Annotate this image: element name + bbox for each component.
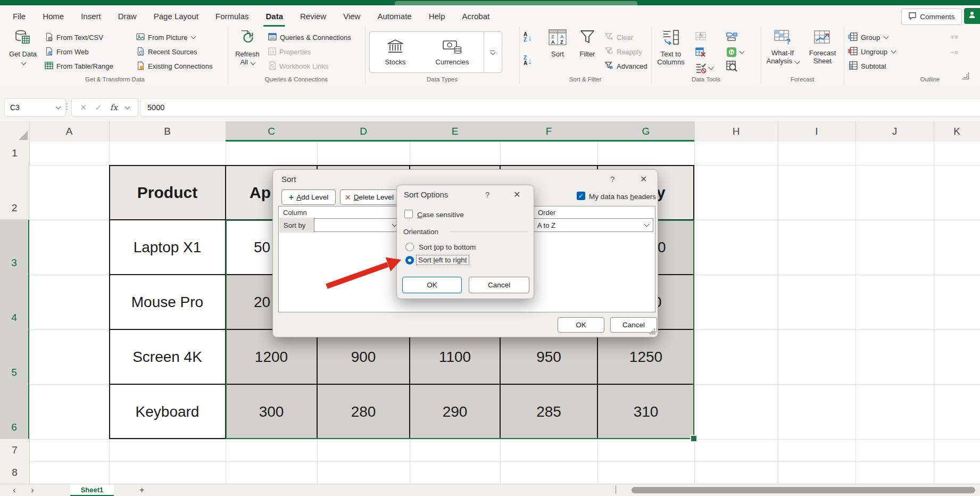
filter-button[interactable]: Filter bbox=[574, 29, 601, 75]
column-header-h[interactable]: H bbox=[694, 121, 778, 142]
share-button[interactable] bbox=[964, 8, 980, 24]
column-header-g[interactable]: G bbox=[597, 121, 695, 142]
workbook-links-button[interactable]: Workbook Links bbox=[268, 59, 351, 73]
remove-duplicates-icon[interactable] bbox=[695, 46, 713, 60]
existing-connections-button[interactable]: Existing Connections bbox=[136, 59, 212, 73]
row-header-3[interactable]: 3 bbox=[0, 220, 29, 275]
title-search-box[interactable] bbox=[395, 1, 637, 5]
cell-g6[interactable]: 310 bbox=[597, 384, 694, 439]
cell-b3[interactable]: Laptop X1 bbox=[109, 220, 226, 275]
sort-left-to-right-label[interactable]: Sort left to right bbox=[417, 255, 469, 264]
tab-review[interactable]: Review bbox=[292, 5, 335, 27]
cell-b5[interactable]: Screen 4K bbox=[109, 329, 226, 384]
insert-function-icon[interactable]: fx bbox=[110, 103, 118, 112]
advanced-filter-button[interactable]: Advanced bbox=[604, 59, 647, 73]
cell-d6[interactable]: 280 bbox=[317, 384, 410, 439]
row-header-1[interactable]: 1 bbox=[0, 142, 30, 166]
tab-view[interactable]: View bbox=[335, 5, 369, 27]
cell-g5[interactable]: 1250 bbox=[597, 329, 694, 384]
fill-handle[interactable] bbox=[690, 435, 697, 442]
currencies-button[interactable]: Currencies bbox=[421, 32, 484, 72]
row-header-7[interactable]: 7 bbox=[0, 439, 30, 462]
sort-dialog-close-icon[interactable]: ✕ bbox=[640, 174, 647, 184]
column-header-c[interactable]: C bbox=[226, 121, 318, 142]
sort-options-close-icon[interactable]: ✕ bbox=[513, 189, 520, 200]
cell-d5[interactable]: 900 bbox=[317, 329, 410, 384]
sort-options-cancel-button[interactable]: Cancel bbox=[469, 277, 529, 293]
show-detail-icon[interactable]: +≡ bbox=[950, 33, 958, 41]
ungroup-button[interactable]: Ungroup bbox=[848, 45, 895, 59]
tab-draw[interactable]: Draw bbox=[110, 5, 145, 27]
resize-grip-icon[interactable] bbox=[649, 328, 655, 335]
select-all-corner[interactable] bbox=[0, 121, 30, 142]
data-validation-button[interactable] bbox=[695, 62, 713, 74]
sort-options-help-icon[interactable]: ? bbox=[485, 190, 489, 199]
prev-sheet-icon[interactable]: ‹ bbox=[13, 484, 16, 496]
hide-detail-icon[interactable]: −≡ bbox=[950, 48, 958, 56]
row-header-4[interactable]: 4 bbox=[0, 275, 29, 329]
from-web-button[interactable]: From Web bbox=[45, 45, 113, 59]
order-dropdown[interactable]: A to Z bbox=[533, 218, 653, 232]
cell-b2[interactable]: Product bbox=[109, 165, 226, 220]
delete-level-button[interactable]: ✕ Delete Level bbox=[340, 189, 398, 205]
add-sheet-icon[interactable]: + bbox=[139, 484, 144, 496]
data-types-more-button[interactable] bbox=[484, 32, 500, 72]
flash-fill-icon[interactable] bbox=[695, 30, 713, 44]
from-picture-button[interactable]: From Picture bbox=[136, 30, 212, 45]
from-text-csv-button[interactable]: From Text/CSV bbox=[45, 30, 113, 45]
add-level-button[interactable]: + Add Level bbox=[281, 189, 336, 205]
manage-data-model-icon[interactable] bbox=[726, 60, 744, 74]
row-header-2[interactable]: 2 bbox=[0, 165, 29, 220]
tab-data[interactable]: Data bbox=[257, 5, 292, 27]
column-header-d[interactable]: D bbox=[317, 121, 410, 142]
sort-top-to-bottom-label[interactable]: Sort top to bottom bbox=[419, 243, 476, 251]
sort-left-to-right-radio[interactable] bbox=[405, 256, 414, 264]
column-header-i[interactable]: I bbox=[778, 121, 856, 142]
tab-scroll-split[interactable] bbox=[616, 486, 616, 494]
next-sheet-icon[interactable]: › bbox=[31, 484, 34, 496]
reapply-filter-button[interactable]: Reapply bbox=[604, 45, 647, 59]
cell-e5[interactable]: 1100 bbox=[410, 329, 500, 384]
confirm-entry-icon[interactable]: ✓ bbox=[95, 103, 102, 112]
cell-c5[interactable]: 1200 bbox=[226, 329, 317, 384]
my-data-has-headers-checkbox[interactable]: ✓ bbox=[577, 192, 585, 200]
sheet-tab-sheet1[interactable]: Sheet1 bbox=[70, 484, 114, 496]
group-button[interactable]: Group bbox=[848, 30, 895, 45]
recent-sources-button[interactable]: Recent Sources bbox=[136, 45, 212, 59]
consolidate-icon[interactable] bbox=[726, 30, 744, 44]
cell-b6[interactable]: Keyboard bbox=[109, 384, 226, 439]
row-header-5[interactable]: 5 bbox=[0, 329, 29, 384]
queries-connections-button[interactable]: Queries & Connections bbox=[268, 30, 351, 45]
outline-dialog-launcher-icon[interactable] bbox=[962, 72, 969, 79]
sort-button[interactable]: ZAAZ Sort bbox=[543, 29, 572, 75]
horizontal-scrollbar[interactable] bbox=[632, 487, 975, 493]
sort-descending-button[interactable]: ZA↓ bbox=[524, 55, 532, 66]
row-header-8[interactable]: 8 bbox=[0, 461, 30, 484]
cell-f6[interactable]: 285 bbox=[500, 384, 597, 439]
cell-b4[interactable]: Mouse Pro bbox=[109, 275, 226, 329]
power-pivot-button[interactable] bbox=[726, 46, 744, 58]
stocks-button[interactable]: Stocks bbox=[370, 32, 421, 72]
clear-filter-button[interactable]: Clear bbox=[604, 30, 647, 45]
comments-button[interactable]: Comments bbox=[901, 9, 962, 25]
tab-page-layout[interactable]: Page Layout bbox=[145, 5, 207, 27]
from-table-range-button[interactable]: From Table/Range bbox=[45, 59, 113, 73]
sort-ascending-button[interactable]: AZ↓ bbox=[524, 32, 532, 43]
tab-automate[interactable]: Automate bbox=[369, 5, 420, 27]
get-data-button[interactable]: Get Data bbox=[6, 29, 39, 75]
what-if-analysis-button[interactable]: ? What-If Analysis bbox=[763, 29, 802, 75]
sort-dialog-help-icon[interactable]: ? bbox=[610, 175, 614, 184]
sort-options-ok-button[interactable]: OK bbox=[402, 277, 462, 293]
properties-button[interactable]: Properties bbox=[268, 45, 351, 59]
sort-top-to-bottom-radio[interactable] bbox=[405, 243, 414, 251]
name-box[interactable]: C3 bbox=[4, 98, 66, 117]
tab-home[interactable]: Home bbox=[34, 5, 72, 27]
sort-ok-button[interactable]: OK bbox=[558, 317, 604, 333]
row-header-6[interactable]: 6 bbox=[0, 384, 29, 439]
column-header-f[interactable]: F bbox=[500, 121, 598, 142]
column-header-j[interactable]: J bbox=[856, 121, 934, 142]
formula-input[interactable]: 5000 bbox=[140, 98, 980, 117]
tab-file[interactable]: File bbox=[4, 5, 34, 27]
cancel-entry-icon[interactable]: ✕ bbox=[80, 103, 87, 112]
sort-by-dropdown[interactable] bbox=[314, 218, 401, 232]
